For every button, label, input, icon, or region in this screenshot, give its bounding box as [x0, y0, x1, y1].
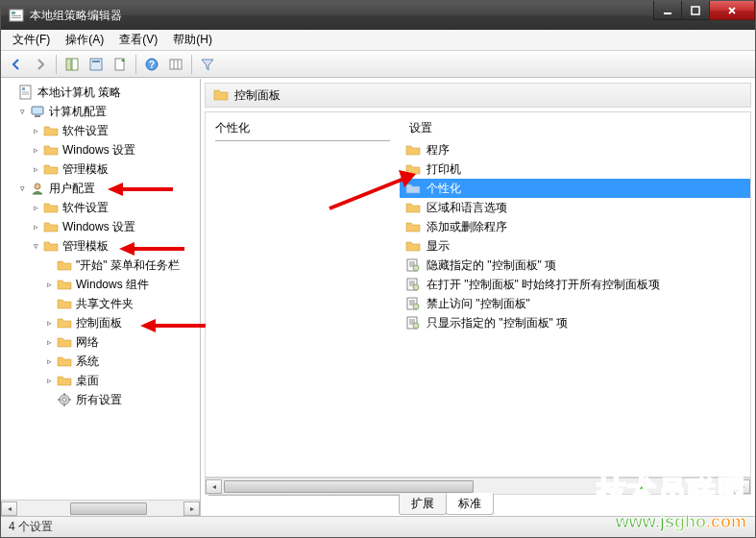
back-button[interactable] — [5, 53, 28, 76]
content-hscrollbar[interactable]: ◂ ▸ — [206, 477, 750, 494]
tree-item[interactable]: ▹管理模板 — [3, 159, 200, 179]
content-pane: 控制面板 个性化 设置 程序打印机个性化区域和语言选项添加或删除程序显示隐藏指定… — [201, 79, 755, 516]
list-item[interactable]: 在打开 "控制面板" 时始终打开所有控制面板项 — [400, 275, 750, 294]
tree-item-label: 控制面板 — [76, 315, 122, 331]
show-tree-button[interactable] — [61, 53, 84, 76]
computer-icon — [30, 104, 45, 119]
list-item[interactable]: 个性化 — [400, 179, 750, 198]
scroll-left-button[interactable]: ◂ — [1, 501, 17, 516]
tree-item[interactable]: 本地计算机 策略 — [3, 83, 200, 102]
svg-text:?: ? — [149, 60, 155, 70]
scroll-track[interactable] — [17, 501, 183, 516]
settings-icon — [57, 392, 72, 407]
folder-icon — [43, 219, 59, 234]
list-item[interactable]: 禁止访问 "控制面板" — [400, 294, 750, 313]
forward-button[interactable] — [29, 53, 52, 76]
filter-button[interactable] — [196, 53, 219, 76]
expander-open-icon[interactable]: ▿ — [16, 183, 28, 194]
close-button[interactable] — [709, 1, 755, 20]
tree-hscrollbar[interactable]: ◂ ▸ — [1, 500, 200, 516]
scroll-left-button[interactable]: ◂ — [206, 479, 222, 494]
scroll-right-button[interactable]: ▸ — [734, 479, 750, 494]
export-button[interactable] — [109, 53, 132, 76]
content-body: 个性化 设置 程序打印机个性化区域和语言选项添加或删除程序显示隐藏指定的 "控制… — [205, 111, 751, 477]
tree-item-label: "开始" 菜单和任务栏 — [76, 257, 180, 274]
list-item[interactable]: 打印机 — [400, 159, 750, 179]
menu-help[interactable]: 帮助(H) — [165, 30, 220, 50]
expander-closed-icon[interactable]: ▹ — [30, 221, 41, 232]
tree-item[interactable]: ▹软件设置 — [3, 198, 200, 217]
expander-closed-icon[interactable]: ▹ — [30, 125, 41, 136]
tree-item[interactable]: 所有设置 — [3, 390, 200, 409]
tree-item-label: 所有设置 — [76, 392, 122, 408]
folder-icon — [405, 200, 421, 215]
tree-pane: 本地计算机 策略▿计算机配置▹软件设置▹Windows 设置▹管理模板▿用户配置… — [1, 79, 201, 516]
scroll-right-button[interactable]: ▸ — [183, 501, 200, 516]
scroll-thumb[interactable] — [224, 480, 474, 493]
list-item-label: 打印机 — [427, 161, 461, 178]
title-bar[interactable]: 本地组策略编辑器 — [1, 1, 755, 30]
tree-item[interactable]: ▹Windows 设置 — [3, 217, 200, 236]
folder-icon — [57, 315, 72, 330]
expander-closed-icon[interactable]: ▹ — [43, 317, 55, 329]
expander-closed-icon[interactable]: ▹ — [43, 355, 55, 367]
menu-view[interactable]: 查看(V) — [111, 30, 165, 50]
expander-closed-icon[interactable]: ▹ — [43, 336, 55, 348]
tree-item[interactable]: ▿计算机配置 — [3, 102, 200, 121]
expander-open-icon[interactable]: ▿ — [16, 106, 28, 117]
list-item[interactable]: 程序 — [400, 140, 750, 159]
tree-item[interactable]: 共享文件夹 — [3, 294, 200, 313]
columns-button[interactable] — [164, 53, 187, 76]
expander-closed-icon[interactable]: ▹ — [43, 375, 55, 386]
setting-icon — [405, 277, 421, 292]
tab-standard[interactable]: 标准 — [446, 493, 494, 515]
folder-icon — [43, 161, 59, 177]
toolbar-separator — [135, 55, 136, 74]
tree-item[interactable]: ▹桌面 — [3, 371, 200, 390]
expander-closed-icon[interactable]: ▹ — [30, 163, 41, 175]
list-item[interactable]: 只显示指定的 "控制面板" 项 — [400, 313, 750, 332]
tree-item-label: 网络 — [76, 334, 99, 351]
list-item[interactable]: 添加或删除程序 — [400, 217, 750, 236]
tab-extended[interactable]: 扩展 — [399, 494, 447, 515]
window-title: 本地组策略编辑器 — [30, 8, 122, 24]
tree-item[interactable]: ▹系统 — [3, 352, 200, 371]
list-item[interactable]: 隐藏指定的 "控制面板" 项 — [400, 256, 750, 275]
list-item[interactable]: 区域和语言选项 — [400, 198, 750, 217]
properties-button[interactable] — [85, 53, 108, 76]
tree-item[interactable]: ▹网络 — [3, 332, 200, 352]
divider — [215, 140, 390, 141]
list-item-label: 只显示指定的 "控制面板" 项 — [427, 315, 568, 331]
expander-closed-icon[interactable]: ▹ — [43, 279, 55, 290]
menu-action[interactable]: 操作(A) — [58, 30, 111, 50]
tree-item[interactable]: "开始" 菜单和任务栏 — [3, 256, 200, 275]
expander-closed-icon[interactable]: ▹ — [30, 202, 41, 213]
tree-item[interactable]: ▿用户配置 — [3, 179, 200, 198]
svg-rect-13 — [170, 60, 182, 69]
expander-closed-icon[interactable]: ▹ — [30, 144, 41, 156]
tree-item[interactable]: ▹Windows 设置 — [3, 140, 200, 159]
folder-icon — [57, 334, 72, 350]
tree-item-label: 共享文件夹 — [76, 296, 134, 312]
tree-item[interactable]: ▹控制面板 — [3, 313, 200, 332]
folder-icon — [57, 373, 72, 388]
app-icon — [9, 8, 24, 23]
policy-tree[interactable]: 本地计算机 策略▿计算机配置▹软件设置▹Windows 设置▹管理模板▿用户配置… — [1, 79, 200, 500]
tree-item-label: 管理模板 — [62, 238, 109, 255]
settings-column: 设置 程序打印机个性化区域和语言选项添加或删除程序显示隐藏指定的 "控制面板" … — [400, 112, 750, 477]
menu-file[interactable]: 文件(F) — [5, 30, 58, 50]
tree-item[interactable]: ▹Windows 组件 — [3, 275, 200, 294]
expander-none — [43, 259, 55, 271]
expander-open-icon[interactable]: ▿ — [30, 240, 41, 252]
help-button[interactable]: ? — [140, 53, 163, 76]
minimize-button[interactable] — [653, 1, 682, 20]
tree-item-label: Windows 组件 — [76, 277, 149, 293]
maximize-button[interactable] — [681, 1, 710, 20]
tree-item[interactable]: ▿管理模板 — [3, 236, 200, 256]
settings-list[interactable]: 程序打印机个性化区域和语言选项添加或删除程序显示隐藏指定的 "控制面板" 项在打… — [400, 140, 750, 332]
list-item[interactable]: 显示 — [400, 236, 750, 256]
scroll-thumb[interactable] — [70, 502, 147, 515]
scroll-track[interactable] — [222, 479, 734, 494]
folder-icon — [57, 277, 72, 292]
tree-item[interactable]: ▹软件设置 — [3, 121, 200, 140]
